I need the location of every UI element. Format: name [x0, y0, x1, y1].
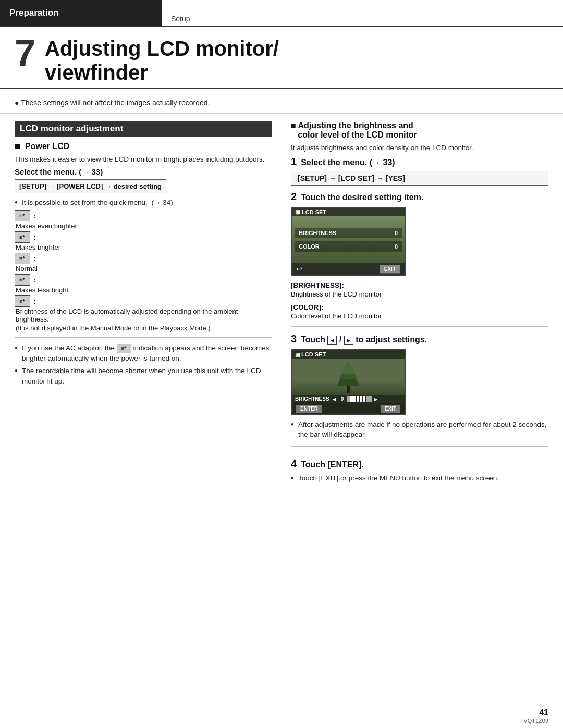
lcd2-tick-bar	[347, 396, 372, 402]
vqt-text: VQT1Z09	[523, 718, 548, 724]
vqt-label: VQT1Z09	[523, 718, 548, 724]
lcd-row-brightness: BRIGHTNESS 0	[295, 228, 402, 238]
intro-bullet: ● These settings will not affect the ima…	[0, 94, 563, 114]
lcd-icon-2-label: :	[33, 233, 35, 241]
lcd2-image-area	[292, 359, 405, 395]
tick-4	[357, 396, 359, 402]
icon-row-4: ⊠* :	[15, 274, 272, 286]
step-2-label: Touch the desired setting item.	[301, 193, 423, 202]
chapter-heading: 7 Adjusting LCD monitor/ viewfinder	[0, 27, 563, 89]
icon-row-3: ⊟* :	[15, 253, 272, 264]
icon-5-desc: Brightness of the LCD is automatically a…	[16, 307, 272, 323]
preparation-text: Preparation	[9, 8, 58, 18]
step3-bullet: After adjustments are made if no operati…	[291, 419, 548, 440]
step-1-row: 1 Select the menu. (→ 33)	[291, 156, 548, 168]
left-column: LCD monitor adjustment Power LCD This ma…	[0, 114, 282, 493]
step-4-area: 4 Touch [ENTER]. Touch [EXIT] or press t…	[291, 453, 548, 484]
lcd-brightness-label: BRIGHTNESS	[299, 230, 336, 236]
icon-row-2: ⊞* :	[15, 231, 272, 243]
preparation-label: Preparation	[0, 0, 162, 26]
lcd-icon-3-label: :	[33, 255, 35, 263]
power-lcd-body: This makes it easier to view the LCD mon…	[15, 154, 272, 165]
icon-4-desc: Makes less bright	[16, 286, 272, 294]
lcd2-bottom: ENTER EXIT	[292, 403, 405, 414]
lcd-screen-2: ▣ LCD SET BRIGHTNESS	[291, 349, 406, 415]
lcd2-slider-bar: ◄ 0 ►	[332, 396, 379, 402]
step4-bullet-text: Touch [EXIT] or press the MENU button to…	[298, 474, 499, 482]
color-desc-label: [COLOR]:	[291, 302, 548, 311]
intro-bullet-text: These settings will not affect the image…	[21, 98, 210, 107]
tick-8	[369, 396, 372, 402]
brightness-desc: Brightness of the LCD monitor	[291, 290, 548, 298]
tick-5	[360, 396, 362, 402]
brightness-label: [BRIGHTNESS]:	[291, 281, 344, 289]
black-square-icon	[15, 144, 20, 149]
right-divider-2	[291, 446, 548, 447]
brightness-desc-label: [BRIGHTNESS]:	[291, 280, 548, 289]
step-4-num: 4	[291, 458, 297, 470]
svg-marker-3	[341, 360, 356, 374]
setup-text: Setup	[171, 15, 190, 23]
step-1-label: Select the menu. (→ 33)	[301, 158, 395, 167]
step-1-menu-path: [SETUP] → [LCD SET] → [YES]	[291, 171, 548, 186]
lcd2-right-arrow: ►	[373, 396, 378, 402]
tick-3	[353, 396, 356, 402]
chapter-title: Adjusting LCD monitor/ viewfinder	[45, 32, 279, 84]
right-intro: It adjusts brightness and color density …	[291, 143, 548, 153]
step-3-num: 3	[291, 333, 297, 345]
header: Preparation Setup	[0, 0, 563, 27]
lcd-icon-2: ⊞*	[15, 231, 30, 243]
lcd-icon-5: ⊗*	[15, 295, 30, 307]
tick-7	[366, 396, 369, 402]
right-column: ■ Adjusting the brightness and color lev…	[282, 114, 563, 493]
lcd-bottom-1: ↩ EXIT	[292, 263, 405, 275]
page-number-text: 41	[539, 708, 548, 717]
bullet-2: The recordable time will become shorter …	[15, 366, 272, 386]
lcd2-enter-btn: ENTER	[296, 405, 322, 413]
lcd-icon-3: ⊟*	[15, 253, 30, 264]
lcd-screen-1: ▣ LCD SET BRIGHTNESS 0 COLOR 0 ↩ EXIT	[291, 207, 406, 276]
color-desc: Color level of the LCD monitor	[291, 312, 548, 320]
note1-ref: (→ 34)	[150, 199, 173, 206]
lcd-icon-1-label: :	[33, 212, 35, 220]
icon-5-subdesc: (It is not displayed in the Manual Mode …	[16, 324, 272, 332]
icon-row-1: ⊡* :	[15, 210, 272, 221]
menu-path-box: [SETUP] → [POWER LCD] → desired setting	[15, 179, 166, 193]
lcd2-slider-row: BRIGHTNESS ◄ 0 ►	[292, 395, 405, 403]
tick-6	[363, 396, 365, 402]
lcd-exit-btn: EXIT	[380, 265, 400, 274]
chapter-title-line1: Adjusting LCD monitor/	[45, 37, 279, 60]
tick-2	[350, 396, 353, 402]
lcd-icon-4-label: :	[33, 276, 35, 284]
step4-bullet: Touch [EXIT] or press the MENU button to…	[291, 473, 548, 484]
step3-bullet-text: After adjustments are made if no operati…	[298, 421, 547, 439]
step-3-row: 3 Touch ◄ / ► to adjust settings.	[291, 333, 548, 345]
step-4-label: Touch [ENTER].	[301, 460, 364, 470]
chapter-number: 7	[15, 34, 35, 72]
lcd-color-label: COLOR	[299, 243, 335, 250]
right-section-header: ■ Adjusting the brightness and color lev…	[291, 121, 548, 140]
divider-1	[15, 337, 272, 338]
step-2-row: 2 Touch the desired setting item.	[291, 191, 548, 203]
right-arrow-icon: ►	[344, 336, 353, 345]
note1: It is possible to set from the quick men…	[15, 198, 272, 208]
step-3-label: Touch ◄ / ► to adjust settings.	[301, 335, 427, 345]
bullet-1-text: If you use the AC adaptor, the	[22, 344, 117, 352]
lcd-title-bar-1: ▣ LCD SET	[292, 208, 405, 216]
page-number: 41	[539, 708, 548, 718]
icon-3-desc: Normal	[16, 265, 272, 273]
bullet-1: If you use the AC adaptor, the ⊞* indica…	[15, 343, 272, 363]
left-arrow-icon: ◄	[327, 336, 337, 345]
icon-1-desc: Makes even brighter	[16, 222, 272, 230]
tree-svg	[333, 360, 364, 395]
step-2-num: 2	[291, 191, 297, 203]
lcd2-title-bar: ▣ LCD SET	[292, 350, 405, 359]
power-lcd-title: Power LCD	[25, 142, 69, 151]
lcd2-left-arrow: ◄	[332, 396, 337, 402]
lcd-icon-4: ⊠*	[15, 274, 30, 286]
icon-row-5: ⊗* :	[15, 295, 272, 307]
lcd-icon-adaptor: ⊞*	[117, 344, 131, 353]
tick-1	[347, 396, 350, 402]
lcd2-title-text: LCD SET	[301, 351, 326, 357]
right-header-line2: color level of the LCD monitor	[291, 130, 417, 139]
